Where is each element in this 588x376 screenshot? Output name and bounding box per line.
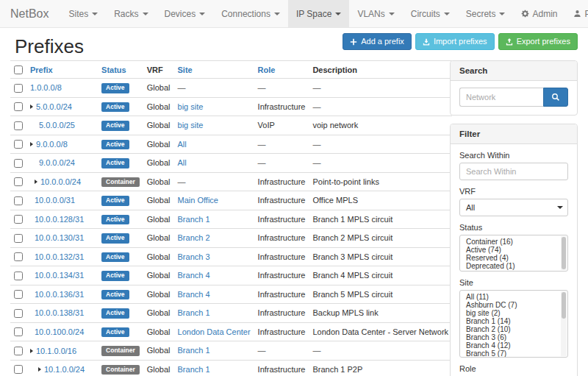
row-checkbox[interactable] [14, 272, 23, 280]
app-brand[interactable]: NetBox [0, 0, 60, 27]
prefix-link[interactable]: 10.0.0.132/31 [35, 252, 84, 261]
prefix-link[interactable]: 5.0.0.0/24 [36, 102, 72, 111]
chevron-down-icon [199, 13, 205, 15]
listbox-option[interactable]: Ashburn DC (7) [460, 301, 567, 309]
vrf-select[interactable]: All [459, 199, 568, 216]
site-link[interactable]: Branch 4 [178, 290, 210, 299]
row-checkbox[interactable] [14, 365, 23, 374]
scrollbar[interactable] [561, 236, 567, 270]
nav-item-connections[interactable]: Connections [213, 0, 288, 27]
listbox-option[interactable]: Branch 2 (10) [460, 325, 567, 333]
nav-item-sites[interactable]: Sites [60, 0, 106, 27]
row-checkbox[interactable] [14, 309, 23, 318]
status-listbox[interactable]: Container (16)Active (74)Reserved (4)Dep… [459, 235, 568, 272]
status-badge: Active [101, 252, 129, 263]
column-header-status[interactable]: Status [101, 65, 126, 74]
prefix-link[interactable]: 10.0.0.138/31 [35, 308, 84, 317]
nav-item-ip-space[interactable]: IP Space [288, 0, 349, 27]
prefix-link[interactable]: 9.0.0.0/24 [39, 158, 75, 167]
prefix-link[interactable]: 10.0.0.130/31 [35, 233, 84, 242]
nav-item-circuits[interactable]: Circuits [403, 0, 458, 27]
row-checkbox[interactable] [14, 177, 23, 186]
listbox-option[interactable]: Active (74) [460, 246, 567, 254]
site-link[interactable]: big site [178, 102, 204, 111]
nav-item-admin[interactable]: Admin [513, 0, 565, 27]
row-checkbox[interactable] [14, 215, 23, 224]
prefix-link[interactable]: 10.1.0.0/24 [44, 365, 85, 374]
prefix-link[interactable]: 10.0.0.134/31 [35, 271, 84, 280]
row-checkbox[interactable] [14, 140, 23, 149]
status-badge: Active [101, 233, 129, 244]
row-checkbox[interactable] [14, 234, 23, 243]
empty-value: — [258, 346, 266, 355]
prefix-link[interactable]: 9.0.0.0/8 [36, 140, 68, 149]
listbox-option[interactable]: Container (16) [460, 238, 567, 246]
role-value: Infrastructure [254, 322, 309, 341]
role-value: Infrastructure [254, 247, 309, 266]
nav-item-devices[interactable]: Devices [157, 0, 214, 27]
search-input[interactable] [459, 88, 543, 107]
import-prefixes-button[interactable]: Import prefixes [415, 33, 495, 50]
nav-item-racks[interactable]: Racks [106, 0, 156, 27]
table-row: 5.0.0.0/24ActiveGlobalbig siteInfrastruc… [10, 97, 452, 116]
nav-item-secrets[interactable]: Secrets [458, 0, 514, 27]
select-all-checkbox[interactable] [14, 65, 23, 74]
prefix-link[interactable]: 10.0.0.128/31 [35, 215, 84, 224]
site-link[interactable]: Branch 1 [178, 308, 210, 317]
search-within-input[interactable] [459, 163, 568, 180]
listbox-option[interactable]: big site (2) [460, 309, 567, 317]
row-checkbox[interactable] [14, 347, 23, 355]
site-listbox[interactable]: All (11)Ashburn DC (7)big site (2)Branch… [459, 290, 568, 358]
listbox-option[interactable]: Deprecated (1) [460, 262, 567, 270]
column-header-prefix[interactable]: Prefix [30, 65, 53, 74]
row-checkbox[interactable] [14, 121, 23, 130]
search-icon [551, 93, 560, 102]
row-checkbox[interactable] [14, 327, 23, 336]
vrf-value: Global [143, 304, 174, 323]
site-link[interactable]: Branch 2 [178, 233, 210, 242]
site-link[interactable]: Branch 3 [178, 252, 210, 261]
prefix-table: Prefix Status VRF Site Role Description … [10, 60, 452, 376]
prefix-link[interactable]: 10.0.0.136/31 [35, 290, 84, 299]
vrf-value: Global [143, 266, 174, 285]
prefix-link[interactable]: 1.0.0.0/8 [30, 83, 62, 92]
site-link[interactable]: All [178, 158, 187, 167]
prefix-link[interactable]: 10.1.0.0/16 [36, 347, 76, 355]
prefix-link[interactable]: 5.0.0.0/25 [39, 121, 75, 130]
listbox-option[interactable]: Branch 1 (14) [460, 317, 567, 325]
listbox-option[interactable]: Reserved (4) [460, 254, 567, 262]
prefix-link[interactable]: 10.0.0.0/24 [40, 177, 81, 186]
site-link[interactable]: All [178, 140, 187, 149]
site-link[interactable]: Branch 1 [178, 365, 210, 374]
column-header-site[interactable]: Site [178, 65, 193, 74]
row-checkbox[interactable] [14, 84, 23, 93]
scrollbar[interactable] [561, 291, 567, 356]
role-value: — [254, 154, 309, 173]
site-link[interactable]: Branch 1 [178, 215, 210, 224]
site-link[interactable]: Branch 1 [178, 346, 210, 355]
listbox-option[interactable]: Branch 3 (6) [460, 333, 567, 341]
site-link[interactable]: Main Office [178, 196, 218, 205]
export-prefixes-button[interactable]: Export prefixes [498, 33, 578, 50]
site-label: Site [459, 278, 568, 287]
prefix-link[interactable]: 10.0.0.0/31 [35, 196, 75, 205]
add-prefix-button[interactable]: Add a prefix [343, 33, 412, 50]
status-badge: Active [101, 327, 129, 338]
row-checkbox[interactable] [14, 290, 23, 299]
row-checkbox[interactable] [14, 252, 23, 261]
row-checkbox[interactable] [14, 196, 23, 205]
row-checkbox[interactable] [14, 102, 23, 111]
prefix-link[interactable]: 10.0.100.0/24 [35, 327, 84, 336]
description-value: London Data Center - Server Network [309, 322, 452, 341]
listbox-option[interactable]: Branch 4 (12) [460, 341, 567, 350]
listbox-option[interactable]: Branch 5 (7) [460, 350, 567, 358]
row-checkbox[interactable] [14, 159, 23, 168]
site-link[interactable]: Branch 4 [178, 271, 210, 280]
nav-item-profile[interactable]: Profile [565, 0, 588, 27]
site-link[interactable]: big site [178, 121, 204, 130]
column-header-role[interactable]: Role [258, 65, 276, 74]
listbox-option[interactable]: All (11) [460, 293, 567, 301]
search-button[interactable] [543, 88, 568, 107]
nav-item-vlans[interactable]: VLANs [349, 0, 402, 27]
site-link[interactable]: London Data Center [178, 327, 251, 336]
